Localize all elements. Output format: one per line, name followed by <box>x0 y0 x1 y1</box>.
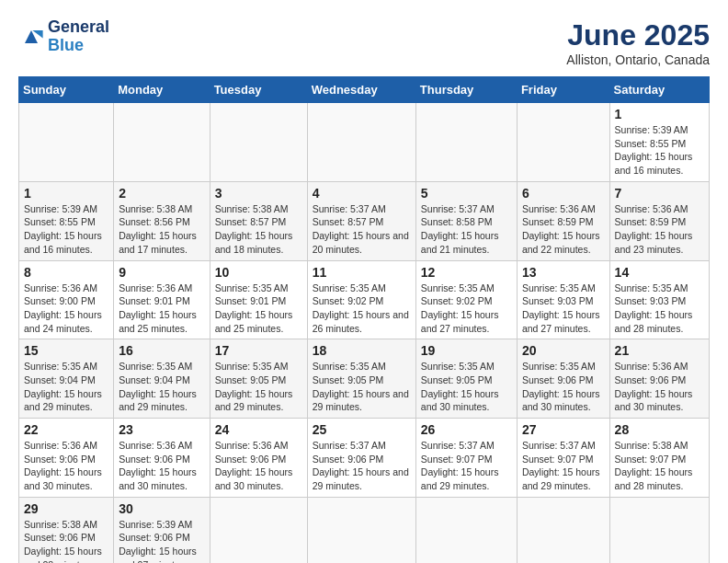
table-row: 7 Sunrise: 5:36 AMSunset: 8:59 PMDayligh… <box>609 181 709 260</box>
table-row: 8 Sunrise: 5:36 AMSunset: 9:00 PMDayligh… <box>19 260 114 339</box>
month-title: June 2025 <box>566 18 710 52</box>
table-row: 2 Sunrise: 5:38 AMSunset: 8:56 PMDayligh… <box>114 181 210 260</box>
table-row <box>517 497 609 563</box>
day-number: 22 <box>24 422 108 437</box>
day-detail: Sunrise: 5:35 AMSunset: 9:06 PMDaylight:… <box>522 360 605 414</box>
day-number: 9 <box>119 265 204 280</box>
day-number: 13 <box>522 265 605 280</box>
day-number: 4 <box>313 186 411 201</box>
day-detail: Sunrise: 5:36 AMSunset: 9:06 PMDaylight:… <box>24 439 108 493</box>
table-row <box>307 103 415 182</box>
day-number: 1 <box>615 107 704 121</box>
calendar-header: Sunday Monday Tuesday Wednesday Thursday… <box>19 77 710 103</box>
logo-icon <box>18 24 44 50</box>
day-number: 27 <box>522 422 605 437</box>
table-row: 28 Sunrise: 5:38 AMSunset: 9:07 PMDaylig… <box>609 419 709 498</box>
day-detail: Sunrise: 5:36 AMSunset: 8:59 PMDaylight:… <box>522 202 605 257</box>
table-row: 10 Sunrise: 5:35 AMSunset: 9:01 PMDaylig… <box>210 260 307 339</box>
table-row: 20 Sunrise: 5:35 AMSunset: 9:06 PMDaylig… <box>517 339 609 419</box>
logo: General Blue <box>18 18 109 55</box>
day-detail: Sunrise: 5:37 AMSunset: 9:07 PMDaylight:… <box>421 439 512 493</box>
day-detail: Sunrise: 5:37 AMSunset: 8:57 PMDaylight:… <box>313 202 411 257</box>
day-detail: Sunrise: 5:35 AMSunset: 9:03 PMDaylight:… <box>615 282 704 336</box>
calendar-table: Sunday Monday Tuesday Wednesday Thursday… <box>18 76 710 563</box>
header-sunday: Sunday <box>19 77 114 103</box>
day-number: 18 <box>313 343 411 358</box>
day-number: 24 <box>215 422 302 437</box>
table-row: 26 Sunrise: 5:37 AMSunset: 9:07 PMDaylig… <box>415 419 517 498</box>
day-number: 2 <box>119 186 204 201</box>
day-number: 14 <box>615 265 704 280</box>
calendar-row: 29 Sunrise: 5:38 AMSunset: 9:06 PMDaylig… <box>19 497 710 563</box>
table-row: 5 Sunrise: 5:37 AMSunset: 8:58 PMDayligh… <box>415 181 517 260</box>
day-detail: Sunrise: 5:36 AMSunset: 9:06 PMDaylight:… <box>615 360 704 414</box>
day-detail: Sunrise: 5:39 AMSunset: 8:55 PMDaylight:… <box>615 123 704 178</box>
day-detail: Sunrise: 5:35 AMSunset: 9:01 PMDaylight:… <box>215 282 302 336</box>
day-number: 6 <box>522 186 605 201</box>
day-number: 21 <box>615 343 704 358</box>
day-detail: Sunrise: 5:38 AMSunset: 9:07 PMDaylight:… <box>615 439 704 493</box>
calendar-row: 1 Sunrise: 5:39 AMSunset: 8:55 PMDayligh… <box>19 103 710 182</box>
header-wednesday: Wednesday <box>307 77 415 103</box>
header-friday: Friday <box>517 77 609 103</box>
table-row: 11 Sunrise: 5:35 AMSunset: 9:02 PMDaylig… <box>307 260 415 339</box>
title-block: June 2025 Alliston, Ontario, Canada <box>566 18 710 67</box>
table-row: 15 Sunrise: 5:35 AMSunset: 9:04 PMDaylig… <box>19 339 114 419</box>
table-row: 25 Sunrise: 5:37 AMSunset: 9:06 PMDaylig… <box>307 419 415 498</box>
day-detail: Sunrise: 5:38 AMSunset: 8:57 PMDaylight:… <box>215 202 302 257</box>
header-saturday: Saturday <box>609 77 709 103</box>
table-row: 23 Sunrise: 5:36 AMSunset: 9:06 PMDaylig… <box>114 419 210 498</box>
day-number: 19 <box>421 343 512 358</box>
day-detail: Sunrise: 5:35 AMSunset: 9:05 PMDaylight:… <box>313 360 411 414</box>
day-detail: Sunrise: 5:35 AMSunset: 9:04 PMDaylight:… <box>119 360 204 414</box>
logo-text-blue: Blue <box>48 37 109 55</box>
header-thursday: Thursday <box>415 77 517 103</box>
table-row <box>415 497 517 563</box>
header-row: Sunday Monday Tuesday Wednesday Thursday… <box>19 77 710 103</box>
table-row <box>210 103 307 182</box>
table-row: 3 Sunrise: 5:38 AMSunset: 8:57 PMDayligh… <box>210 181 307 260</box>
day-detail: Sunrise: 5:35 AMSunset: 9:05 PMDaylight:… <box>421 360 512 414</box>
calendar-row: 22 Sunrise: 5:36 AMSunset: 9:06 PMDaylig… <box>19 419 710 498</box>
day-detail: Sunrise: 5:35 AMSunset: 9:02 PMDaylight:… <box>421 282 512 336</box>
table-row: 29 Sunrise: 5:38 AMSunset: 9:06 PMDaylig… <box>19 497 114 563</box>
day-detail: Sunrise: 5:36 AMSunset: 9:06 PMDaylight:… <box>215 439 302 493</box>
day-number: 26 <box>421 422 512 437</box>
table-row: 19 Sunrise: 5:35 AMSunset: 9:05 PMDaylig… <box>415 339 517 419</box>
day-number: 20 <box>522 343 605 358</box>
day-number: 1 <box>24 186 108 201</box>
day-detail: Sunrise: 5:37 AMSunset: 9:06 PMDaylight:… <box>313 439 411 493</box>
day-detail: Sunrise: 5:35 AMSunset: 9:04 PMDaylight:… <box>24 360 108 414</box>
calendar-row: 15 Sunrise: 5:35 AMSunset: 9:04 PMDaylig… <box>19 339 710 419</box>
table-row <box>517 103 609 182</box>
calendar-row: 1 Sunrise: 5:39 AMSunset: 8:55 PMDayligh… <box>19 181 710 260</box>
day-number: 25 <box>313 422 411 437</box>
calendar-body: 1 Sunrise: 5:39 AMSunset: 8:55 PMDayligh… <box>19 103 710 564</box>
table-row <box>415 103 517 182</box>
day-detail: Sunrise: 5:38 AMSunset: 8:56 PMDaylight:… <box>119 202 204 257</box>
day-number: 10 <box>215 265 302 280</box>
table-row: 30 Sunrise: 5:39 AMSunset: 9:06 PMDaylig… <box>114 497 210 563</box>
table-row <box>210 497 307 563</box>
day-number: 17 <box>215 343 302 358</box>
page-header: General Blue June 2025 Alliston, Ontario… <box>18 18 710 67</box>
day-number: 7 <box>615 186 704 201</box>
day-detail: Sunrise: 5:36 AMSunset: 9:00 PMDaylight:… <box>24 282 108 336</box>
day-detail: Sunrise: 5:38 AMSunset: 9:06 PMDaylight:… <box>24 518 108 563</box>
day-detail: Sunrise: 5:37 AMSunset: 9:07 PMDaylight:… <box>522 439 605 493</box>
table-row <box>609 497 709 563</box>
day-number: 15 <box>24 343 108 358</box>
header-monday: Monday <box>114 77 210 103</box>
table-row: 13 Sunrise: 5:35 AMSunset: 9:03 PMDaylig… <box>517 260 609 339</box>
location: Alliston, Ontario, Canada <box>566 52 710 67</box>
day-detail: Sunrise: 5:35 AMSunset: 9:05 PMDaylight:… <box>215 360 302 414</box>
table-row: 9 Sunrise: 5:36 AMSunset: 9:01 PMDayligh… <box>114 260 210 339</box>
day-number: 12 <box>421 265 512 280</box>
day-number: 30 <box>119 501 204 516</box>
day-detail: Sunrise: 5:39 AMSunset: 9:06 PMDaylight:… <box>119 518 204 563</box>
day-number: 3 <box>215 186 302 201</box>
day-number: 11 <box>313 265 411 280</box>
calendar-row: 8 Sunrise: 5:36 AMSunset: 9:00 PMDayligh… <box>19 260 710 339</box>
day-detail: Sunrise: 5:36 AMSunset: 8:59 PMDaylight:… <box>615 202 704 257</box>
table-row: 22 Sunrise: 5:36 AMSunset: 9:06 PMDaylig… <box>19 419 114 498</box>
